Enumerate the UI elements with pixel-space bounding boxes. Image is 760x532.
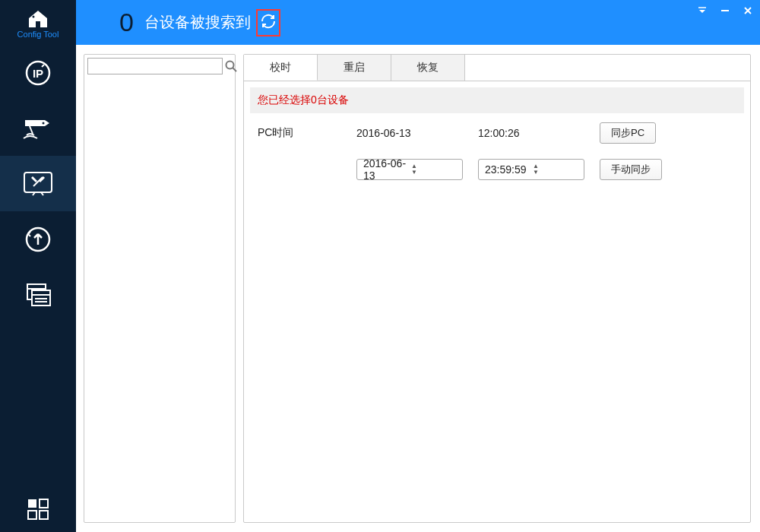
nav-upgrade[interactable] — [0, 211, 76, 267]
svg-point-0 — [33, 16, 35, 18]
selection-message: 您已经选择0台设备 — [250, 87, 744, 113]
tab-time-sync[interactable]: 校时 — [244, 55, 318, 81]
close-icon[interactable] — [742, 5, 754, 17]
nav-ip[interactable]: IP — [0, 45, 76, 100]
main-panel: 校时 重启 恢复 您已经选择0台设备 PC时间 2016-06-13 12:00… — [243, 54, 751, 523]
device-count-label: 台设备被搜索到 — [144, 12, 251, 33]
pc-time-label: PC时间 — [258, 126, 356, 140]
svg-point-4 — [43, 122, 45, 124]
window-controls — [696, 5, 754, 17]
nav-template[interactable] — [0, 267, 76, 322]
chevron-up-icon[interactable]: ▲ — [533, 163, 581, 169]
svg-text:IP: IP — [33, 67, 43, 80]
chevron-down-icon[interactable]: ▼ — [533, 169, 581, 176]
time-spinner[interactable]: 23:59:59 ▲ ▼ — [478, 159, 584, 180]
refresh-highlight — [256, 9, 280, 36]
upgrade-icon — [24, 225, 52, 254]
topbar: 0 台设备被搜索到 — [76, 0, 760, 45]
home-icon — [27, 9, 49, 29]
ip-icon: IP — [24, 59, 52, 87]
camera-icon — [22, 116, 54, 141]
svg-line-3 — [42, 65, 44, 67]
nav-camera[interactable] — [0, 100, 76, 156]
date-spinner-value: 2016-06-13 — [363, 157, 411, 182]
tab-restart[interactable]: 重启 — [318, 55, 391, 81]
nav-rail: Config Tool IP — [0, 0, 76, 532]
document-icon — [24, 283, 52, 307]
tools-icon — [21, 169, 55, 198]
tabs: 校时 重启 恢复 — [244, 55, 750, 81]
menu-dropdown-icon[interactable] — [696, 5, 708, 17]
logo[interactable]: Config Tool — [0, 0, 76, 45]
nav-tools[interactable] — [0, 156, 76, 211]
svg-line-22 — [233, 68, 237, 72]
chevron-up-icon[interactable]: ▲ — [411, 163, 459, 169]
nav-apps[interactable] — [0, 486, 76, 532]
sync-pc-button[interactable]: 同步PC — [600, 122, 656, 144]
pc-date-value: 2016-06-13 — [356, 127, 478, 139]
refresh-icon[interactable] — [260, 13, 277, 32]
tab-restore[interactable]: 恢复 — [391, 55, 465, 81]
minimize-icon[interactable] — [719, 5, 731, 17]
svg-rect-15 — [28, 511, 36, 519]
date-spinner[interactable]: 2016-06-13 ▲ ▼ — [356, 159, 463, 180]
svg-rect-13 — [28, 499, 36, 508]
logo-label: Config Tool — [17, 30, 59, 39]
device-list-panel — [84, 54, 236, 523]
manual-sync-button[interactable]: 手动同步 — [600, 159, 662, 180]
svg-rect-14 — [40, 499, 48, 508]
svg-rect-16 — [40, 511, 48, 519]
search-icon[interactable] — [224, 58, 238, 74]
apps-grid-icon — [27, 498, 49, 521]
svg-point-21 — [226, 62, 234, 69]
chevron-down-icon[interactable]: ▼ — [411, 169, 459, 176]
time-spinner-value: 23:59:59 — [485, 163, 533, 176]
search-input[interactable] — [87, 58, 223, 74]
pc-time-value: 12:00:26 — [478, 127, 600, 139]
device-count: 0 — [119, 8, 134, 37]
